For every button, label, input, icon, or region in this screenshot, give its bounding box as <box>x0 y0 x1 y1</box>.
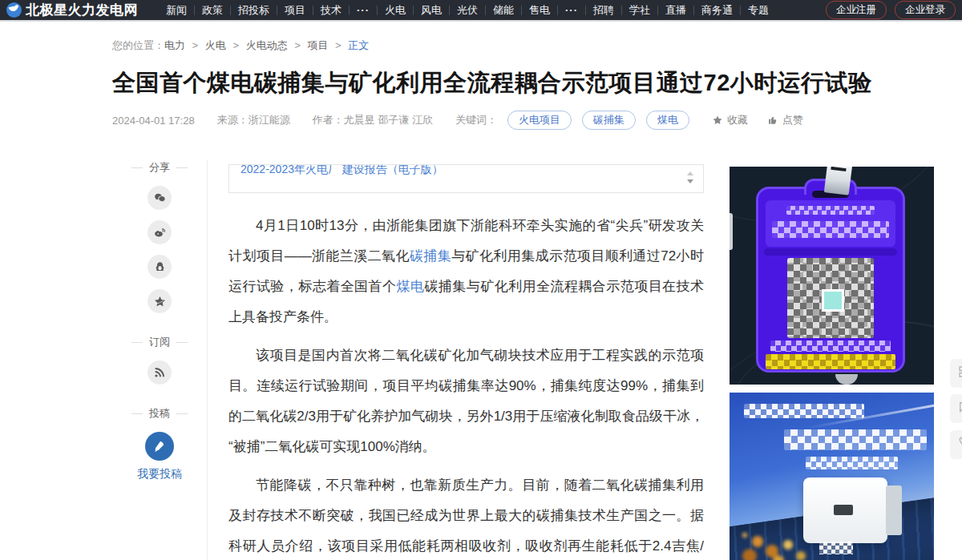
breadcrumb-link[interactable]: 火电动态 <box>246 39 288 51</box>
article-paragraph: 该项目是国内首次将二氧化碳矿化加气砌块技术应用于工程实践的示范项目。连续运行试验… <box>228 340 704 462</box>
author-label: 作者： <box>313 114 344 126</box>
breadcrumb-link[interactable]: 项目 <box>307 39 328 51</box>
source-value[interactable]: 浙江能源 <box>249 114 290 126</box>
breadcrumb-link[interactable]: 电力 <box>164 39 185 51</box>
nav-item[interactable]: 招投标 <box>231 3 277 18</box>
wechat-icon <box>153 191 167 205</box>
blurred-text <box>784 429 927 450</box>
submit-label-text: 投稿 <box>149 406 170 421</box>
divider <box>131 342 143 343</box>
weibo-icon <box>153 226 167 240</box>
message-icon <box>957 400 962 417</box>
logo-icon <box>6 2 22 18</box>
breadcrumb-prefix: 您的位置： <box>112 39 164 51</box>
report-link[interactable]: 2022-2023年火电厂 建设报告（电子版） <box>240 164 443 177</box>
share-button-qq[interactable] <box>148 255 172 279</box>
blurred-text-yellow <box>766 354 895 369</box>
blurred-text <box>786 206 875 215</box>
like-button[interactable]: 点赞 <box>767 113 803 127</box>
keyword-tag[interactable]: 煤电 <box>646 111 689 130</box>
floating-message-button[interactable] <box>950 394 962 423</box>
logo-text: 北极星火力发电网 <box>26 1 138 19</box>
badge-graphic <box>756 187 905 373</box>
scroll-down-icon[interactable] <box>687 179 693 183</box>
ad-banner-badge-qr[interactable] <box>730 167 934 385</box>
nav-more-icon[interactable]: ··· <box>350 4 377 16</box>
pen-icon <box>152 439 167 453</box>
rss-icon <box>153 366 166 379</box>
divider <box>131 413 143 414</box>
vertical-divider <box>207 160 208 560</box>
subscribe-label-text: 订阅 <box>149 335 170 349</box>
report-scroller <box>687 171 693 183</box>
floating-phone-button[interactable] <box>950 430 962 459</box>
paragraph-text: 节能降碳，不只靠种树，也靠新质生产力。目前，随着二氧化碳捕集利用及封存技术不断突… <box>228 477 704 560</box>
site-logo[interactable]: 北极星火力发电网 <box>6 1 138 19</box>
nav-item[interactable]: 商务通 <box>694 3 740 18</box>
nav-item[interactable]: 风电 <box>414 3 449 18</box>
breadcrumb-separator: > <box>328 39 348 51</box>
share-icons <box>112 186 207 313</box>
author-value: 尤晨昱 邵子谦 江欣 <box>344 114 433 126</box>
inverter-graphic <box>803 477 887 543</box>
breadcrumb-current[interactable]: 正文 <box>348 39 369 51</box>
nav-item[interactable]: 项目 <box>277 3 313 18</box>
share-button-wechat[interactable] <box>148 186 172 210</box>
decor-tab <box>730 213 733 250</box>
breadcrumb-separator: > <box>288 39 308 51</box>
article-meta: 2024-04-01 17:28 来源：浙江能源 作者：尤晨昱 邵子谦 江欣 关… <box>112 111 823 130</box>
account-buttons: 企业注册 企业登录 <box>826 1 956 19</box>
submit-section-label: 投稿 <box>112 406 207 421</box>
page: 北极星火力发电网 新闻政策招投标项目技术···火电风电光伏储能售电···招聘学社… <box>0 0 962 560</box>
nav-item[interactable]: 储能 <box>486 3 521 18</box>
nav-item[interactable]: 新闻 <box>159 3 194 18</box>
favorite-button[interactable]: 收藏 <box>712 113 748 127</box>
inline-keyword-link[interactable]: 煤电 <box>396 279 424 294</box>
qq-icon <box>153 260 167 274</box>
thumb-up-icon <box>767 115 778 126</box>
nav-item[interactable]: 政策 <box>195 3 230 18</box>
nav-item[interactable]: 招聘 <box>586 3 621 18</box>
keyword-tag[interactable]: 碳捕集 <box>582 111 636 130</box>
breadcrumb-link[interactable]: 火电 <box>205 39 226 51</box>
nav-item[interactable]: 专题 <box>741 3 776 18</box>
author: 作者：尤晨昱 邵子谦 江欣 <box>313 113 433 127</box>
login-button[interactable]: 企业登录 <box>895 1 956 19</box>
nav-item[interactable]: 学社 <box>622 3 657 18</box>
ad-banner-inverter[interactable] <box>730 393 934 560</box>
qr-icon <box>957 365 962 382</box>
nav-item[interactable]: 直播 <box>658 3 693 18</box>
rss-button[interactable] <box>148 361 172 385</box>
register-button[interactable]: 企业注册 <box>826 1 887 19</box>
divider <box>176 167 188 168</box>
paragraph-text: 该项目是国内首次将二氧化碳矿化加气砌块技术应用于工程实践的示范项目。连续运行试验… <box>228 348 704 454</box>
share-section-label: 分享 <box>112 160 207 175</box>
share-button-qzone[interactable] <box>148 289 172 313</box>
nav-more-icon[interactable]: ··· <box>558 4 585 16</box>
article-paragraph: 4月1日10时13分，由浙能集团旗下浙能科环牵头实施的省“尖兵”研发攻关计划项目… <box>228 211 704 332</box>
scroll-up-icon[interactable] <box>687 171 693 175</box>
floating-qr-button[interactable] <box>950 359 962 388</box>
submit-article-button[interactable] <box>145 432 174 461</box>
source-label: 来源： <box>217 114 249 126</box>
keywords-label: 关键词： <box>455 113 497 127</box>
nav-menu: 新闻政策招投标项目技术···火电风电光伏储能售电···招聘学社直播商务通专题 <box>159 3 826 18</box>
article-column: 2022-2023年火电厂 建设报告（电子版） 4月1日10时13分，由浙能集团… <box>228 164 704 560</box>
inverter-label <box>834 505 853 515</box>
lanyard-clip <box>824 167 852 195</box>
nav-item[interactable]: 光伏 <box>450 3 485 18</box>
related-report-box: 2022-2023年火电厂 建设报告（电子版） <box>228 164 704 193</box>
nav-item[interactable]: 售电 <box>522 3 557 18</box>
share-button-weibo[interactable] <box>148 220 172 244</box>
divider <box>176 342 188 343</box>
submit-article-link[interactable]: 我要投稿 <box>112 467 207 481</box>
inline-keyword-link[interactable]: 碳捕集 <box>410 248 451 264</box>
keyword-tag[interactable]: 火电项目 <box>507 111 572 130</box>
source: 来源：浙江能源 <box>217 113 290 127</box>
nav-item[interactable]: 火电 <box>378 3 413 18</box>
phone-icon <box>957 436 962 453</box>
publish-date: 2024-04-01 17:28 <box>112 115 195 127</box>
qr-code <box>787 258 874 338</box>
like-label: 点赞 <box>782 113 803 127</box>
nav-item[interactable]: 技术 <box>313 3 349 18</box>
